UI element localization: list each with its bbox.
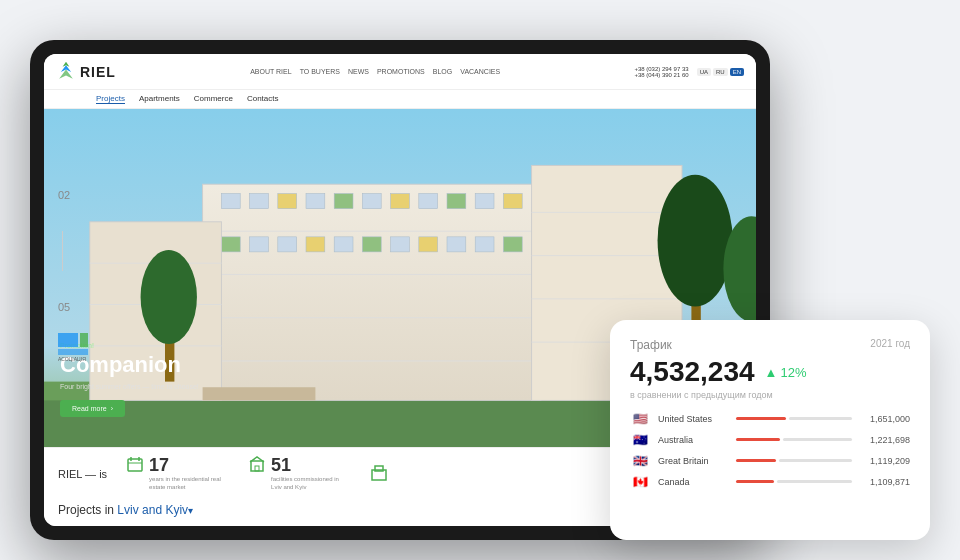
svg-rect-23 bbox=[334, 237, 353, 252]
nav-blog[interactable]: BLOG bbox=[433, 68, 452, 75]
bar-red bbox=[736, 417, 786, 420]
hero-cta-arrow: › bbox=[111, 405, 113, 412]
stat-facilities: 51 facilities commissioned in Lviv and K… bbox=[249, 456, 351, 492]
country-value: 1,119,209 bbox=[860, 456, 910, 466]
country-name: United States bbox=[658, 414, 728, 424]
card-traffic-number: 4,532,234 bbox=[630, 356, 755, 388]
country-row: 🇺🇸 United States 1,651,000 bbox=[630, 412, 910, 425]
svg-rect-16 bbox=[447, 194, 466, 209]
stat-years: 17 years in the residential real estate … bbox=[127, 456, 229, 492]
svg-rect-15 bbox=[419, 194, 438, 209]
site-nav-main: Projects Apartments Commerce Contacts bbox=[44, 90, 756, 109]
svg-rect-19 bbox=[221, 237, 240, 252]
growth-arrow-icon: ▲ bbox=[765, 365, 778, 380]
country-flag: 🇦🇺 bbox=[630, 433, 650, 446]
svg-rect-22 bbox=[306, 237, 325, 252]
svg-point-40 bbox=[141, 250, 197, 344]
hero-cta-label: Read more bbox=[72, 405, 107, 412]
stat-years-number: 17 bbox=[149, 456, 229, 474]
projects-location-link[interactable]: Lviv and Kyiv bbox=[117, 503, 188, 517]
bar-gray bbox=[783, 438, 852, 441]
svg-point-42 bbox=[658, 175, 733, 307]
stat-facilities-number: 51 bbox=[271, 456, 351, 474]
country-bar bbox=[736, 459, 852, 462]
country-bar bbox=[736, 438, 852, 441]
nav-news[interactable]: NEWS bbox=[348, 68, 369, 75]
logo-text: RIEL bbox=[80, 64, 116, 80]
hero-cta-button[interactable]: Read more › bbox=[60, 400, 125, 417]
svg-rect-8 bbox=[221, 194, 240, 209]
nav-contacts[interactable]: Contacts bbox=[247, 94, 279, 104]
nav-vacancies[interactable]: VACANCIES bbox=[460, 68, 500, 75]
card-period: 2021 год bbox=[870, 338, 910, 349]
stat-years-icon bbox=[127, 456, 143, 475]
lang-ru[interactable]: RU bbox=[713, 68, 728, 76]
country-value: 1,651,000 bbox=[860, 414, 910, 424]
assoc-logo-icon: АСОЦІАЦІЯ bbox=[58, 333, 108, 363]
projects-text-prefix: Projects in bbox=[58, 503, 117, 517]
svg-rect-57 bbox=[375, 466, 383, 471]
sidebar-divider bbox=[62, 231, 63, 271]
analytics-card: Трафик 2021 год 4,532,234 ▲ 12% в сравне… bbox=[610, 320, 930, 540]
svg-rect-11 bbox=[306, 194, 325, 209]
bar-red bbox=[736, 438, 780, 441]
sidebar-num-1: 02 bbox=[58, 189, 70, 201]
svg-rect-21 bbox=[278, 237, 297, 252]
svg-rect-26 bbox=[419, 237, 438, 252]
country-row: 🇨🇦 Canada 1,109,871 bbox=[630, 475, 910, 488]
country-name: Canada bbox=[658, 477, 728, 487]
site-nav-top: ABOUT RIEL TO BUYERS NEWS PROMOTIONS BLO… bbox=[250, 68, 500, 75]
svg-rect-25 bbox=[391, 237, 410, 252]
country-bar bbox=[736, 480, 852, 483]
lang-en[interactable]: EN bbox=[730, 68, 744, 76]
bar-gray bbox=[777, 480, 852, 483]
stat-extra-icon bbox=[371, 465, 387, 484]
growth-percent: 12% bbox=[780, 365, 806, 380]
nav-commerce[interactable]: Commerce bbox=[194, 94, 233, 104]
nav-promotions[interactable]: PROMOTIONS bbox=[377, 68, 425, 75]
country-flag: 🇺🇸 bbox=[630, 412, 650, 425]
country-bar bbox=[736, 417, 852, 420]
nav-about[interactable]: ABOUT RIEL bbox=[250, 68, 292, 75]
bar-red bbox=[736, 459, 776, 462]
site-header: RIEL ABOUT RIEL TO BUYERS NEWS PROMOTION… bbox=[44, 54, 756, 90]
stat-facilities-icon bbox=[249, 456, 265, 475]
card-growth-badge: ▲ 12% bbox=[765, 365, 807, 380]
site-contacts: +38 (032) 294 97 33 +38 (044) 390 21 60 bbox=[634, 66, 688, 78]
lang-ua[interactable]: UA bbox=[697, 68, 711, 76]
svg-rect-20 bbox=[250, 237, 269, 252]
svg-rect-48 bbox=[58, 349, 88, 355]
chevron-down-icon: ▾ bbox=[188, 505, 193, 516]
nav-projects[interactable]: Projects bbox=[96, 94, 125, 104]
svg-rect-17 bbox=[475, 194, 494, 209]
nav-buyers[interactable]: TO BUYERS bbox=[300, 68, 340, 75]
country-value: 1,109,871 bbox=[860, 477, 910, 487]
riel-is-label: RIEL — is bbox=[58, 468, 107, 480]
site-logo: RIEL bbox=[56, 60, 116, 84]
stat-extra bbox=[371, 465, 387, 484]
site-sidebar: 02 05 bbox=[58, 189, 70, 313]
country-row: 🇦🇺 Australia 1,221,698 bbox=[630, 433, 910, 446]
svg-rect-46 bbox=[58, 333, 78, 347]
svg-rect-12 bbox=[334, 194, 353, 209]
svg-rect-28 bbox=[475, 237, 494, 252]
svg-rect-10 bbox=[278, 194, 297, 209]
hero-subtitle: Four bright summer offers — time to choo… bbox=[60, 383, 199, 390]
stat-facilities-desc: facilities commissioned in Lviv and Kyiv bbox=[271, 476, 351, 492]
association-logo: АСОЦІАЦІЯ bbox=[58, 333, 108, 367]
svg-rect-27 bbox=[447, 237, 466, 252]
riel-logo-icon bbox=[56, 60, 76, 84]
card-title: Трафик bbox=[630, 338, 672, 352]
country-name: Australia bbox=[658, 435, 728, 445]
country-list: 🇺🇸 United States 1,651,000 🇦🇺 Australia … bbox=[630, 412, 910, 488]
phone1: +38 (032) 294 97 33 bbox=[634, 66, 688, 72]
stat-years-desc: years in the residential real estate mar… bbox=[149, 476, 229, 492]
language-switcher: UA RU EN bbox=[697, 68, 744, 76]
phone2: +38 (044) 390 21 60 bbox=[634, 72, 688, 78]
bar-red bbox=[736, 480, 774, 483]
card-header: Трафик 2021 год bbox=[630, 338, 910, 352]
nav-apartments[interactable]: Apartments bbox=[139, 94, 180, 104]
svg-rect-29 bbox=[503, 237, 522, 252]
country-name: Great Britain bbox=[658, 456, 728, 466]
svg-rect-14 bbox=[391, 194, 410, 209]
